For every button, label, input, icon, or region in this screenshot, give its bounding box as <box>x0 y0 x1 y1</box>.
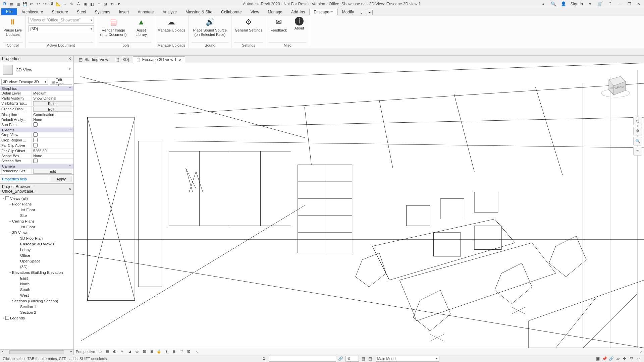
file-tab[interactable]: File <box>1 8 17 15</box>
nav-orbit-button[interactable]: ⟲ <box>633 147 642 156</box>
prop-sunpath-check[interactable] <box>33 122 38 127</box>
asset-library-button[interactable]: ▲ Asset Library <box>131 17 151 37</box>
tree-fp1[interactable]: 1st Floor <box>0 207 73 213</box>
status-link-icon[interactable]: 🔗 <box>338 356 344 362</box>
dim-icon[interactable]: ↔ <box>62 1 68 7</box>
help-icon[interactable]: ? <box>607 1 613 7</box>
views-of-combo[interactable]: Views of "Office_Showcase"▾ <box>29 17 94 23</box>
prop-farclip-check[interactable] <box>33 143 38 147</box>
tab-addins[interactable]: Add-Ins <box>287 8 309 15</box>
infocenter-icon[interactable]: 🔍 <box>550 1 556 7</box>
keyshortcut-icon[interactable]: ◂ <box>540 1 546 7</box>
prop-cropview-check[interactable] <box>33 132 38 137</box>
prop-detail-level-val[interactable]: Medium <box>32 91 73 96</box>
prop-sectionbox-check[interactable] <box>33 159 38 163</box>
vc-style-icon[interactable]: ◐ <box>112 349 117 354</box>
prop-parts-vis-val[interactable]: Show Original <box>32 96 73 101</box>
viewtab-close-icon[interactable]: ✕ <box>179 58 181 62</box>
pause-live-updates-button[interactable]: ⏸ Pause Live Updates <box>3 17 23 37</box>
status-pin-icon[interactable]: 📌 <box>601 356 607 362</box>
redo-icon[interactable]: ↷ <box>42 1 48 7</box>
prop-vis-graph-btn[interactable]: Edit... <box>33 101 72 106</box>
vc-crop2-icon[interactable]: ⊟ <box>149 349 154 354</box>
instance-dropdown[interactable]: 3D View: Enscape 3D▾ <box>1 79 48 85</box>
properties-type-selector[interactable]: 3D View▾ <box>0 62 73 78</box>
tab-collaborate[interactable]: Collaborate <box>217 8 246 15</box>
vc-scale-icon[interactable]: ▭ <box>98 349 102 354</box>
tree-section2[interactable]: Section 2 <box>0 309 73 315</box>
properties-close-icon[interactable]: ✕ <box>68 56 71 61</box>
prop-cat-graphics[interactable]: Graphics⌃ <box>0 86 73 91</box>
close-window-button[interactable]: ✕ <box>636 1 641 7</box>
tree-west[interactable]: West <box>0 292 73 298</box>
edit-type-button[interactable]: ▦Edit Type <box>50 79 72 85</box>
prop-graph-disp-btn[interactable]: Edit... <box>33 107 72 112</box>
undo-icon[interactable]: ↶ <box>36 1 41 7</box>
switch-win-icon[interactable]: ⧉ <box>109 1 115 7</box>
thin-lines-icon[interactable]: ≡ <box>96 1 101 7</box>
status-filter-icon[interactable]: ▽ <box>628 356 634 362</box>
nav-pan-button[interactable]: ✥ <box>633 127 642 135</box>
main-model-dropdown[interactable]: Main Model▾ <box>376 356 439 362</box>
user-icon[interactable]: 👤 <box>560 1 567 7</box>
tree-enscape-view[interactable]: Enscape 3D view 1 <box>0 241 73 247</box>
prop-scopebox-val[interactable]: None <box>32 154 73 158</box>
viewtab-starting[interactable]: ▤Starting View <box>75 56 112 63</box>
tree-legends[interactable]: +Legends <box>0 315 73 321</box>
tree-east[interactable]: East <box>0 275 73 281</box>
signin-link[interactable]: Sign In <box>571 2 583 6</box>
feedback-button[interactable]: ✉ Feedback <box>269 17 289 33</box>
vc-reveal-icon[interactable]: ⊞ <box>171 349 176 354</box>
tab-view[interactable]: View <box>246 8 264 15</box>
tree-hscroll[interactable]: ◂▸ <box>0 349 73 355</box>
vc-constraint-icon[interactable]: ⊠ <box>186 349 191 354</box>
sync-icon[interactable]: ⟳ <box>29 1 34 7</box>
prop-rendset-btn[interactable]: Edit <box>33 169 72 174</box>
panel-toggle-button[interactable]: ▫▾ <box>366 10 373 15</box>
tree-site[interactable]: Site <box>0 213 73 218</box>
tree-elevations[interactable]: −Elevations (Building Elevation <box>0 269 73 275</box>
tree-floorplans[interactable]: −Floor Plans <box>0 201 73 207</box>
vc-lock-icon[interactable]: 🔒 <box>157 349 161 354</box>
tab-analyze[interactable]: Analyze <box>158 8 181 15</box>
viewtab-3d[interactable]: ⬚{3D} <box>112 56 132 63</box>
current-view-combo[interactable]: {3D}▾ <box>29 25 94 32</box>
tree-section1[interactable]: Section 1 <box>0 304 73 309</box>
save-icon[interactable]: 💾 <box>22 1 28 7</box>
tree-office[interactable]: Office <box>0 252 73 258</box>
tree-3d[interactable]: {3D} <box>0 264 73 269</box>
section-icon[interactable]: ◧ <box>89 1 95 7</box>
prop-cropregion-check[interactable] <box>33 138 38 142</box>
tag-icon[interactable]: ✎ <box>69 1 74 7</box>
nav-zoom-button[interactable]: 🔍 <box>633 137 642 145</box>
tree-views-root[interactable]: −Views (all) <box>0 195 73 201</box>
tree-sections[interactable]: −Sections (Building Section) <box>0 298 73 304</box>
tab-enscape[interactable]: Enscape™ <box>309 9 338 15</box>
tree-3dviews[interactable]: −3D Views <box>0 230 73 235</box>
viewport-3d[interactable]: FRONT RIGHT ◎ ✥ 🔍 ⟲ <box>74 63 644 348</box>
tab-insert[interactable]: Insert <box>114 8 133 15</box>
prop-farclipoff-val[interactable]: 5268.80 <box>32 148 73 153</box>
status-input[interactable] <box>269 356 336 362</box>
prop-def-analy-val[interactable]: None <box>32 117 73 122</box>
manage-uploads-button[interactable]: ☁ Manage Uploads <box>157 17 186 33</box>
tab-modify[interactable]: Modify <box>338 8 358 15</box>
tree-south[interactable]: South <box>0 287 73 292</box>
apply-button[interactable]: Apply <box>51 176 71 182</box>
view-cube[interactable]: FRONT RIGHT <box>600 70 631 100</box>
tree-north[interactable]: North <box>0 281 73 287</box>
chevron-down-icon[interactable]: ▾ <box>587 1 593 7</box>
vc-detail-icon[interactable]: ▦ <box>105 349 110 354</box>
tree-3dfloorplan[interactable]: 3D FloorPlan <box>0 235 73 241</box>
tree-lobby[interactable]: Lobby <box>0 247 73 252</box>
tab-manage[interactable]: Manage <box>263 8 286 15</box>
view-mode-label[interactable]: Perspective <box>76 350 95 354</box>
scroll-left-icon[interactable]: ◂ <box>0 350 5 355</box>
status-link2-icon[interactable]: 🔗 <box>608 356 614 362</box>
3d-icon[interactable]: ▣ <box>83 1 88 7</box>
open-icon[interactable]: ▤ <box>9 1 14 7</box>
vc-sun-icon[interactable]: ☀ <box>120 349 124 354</box>
vc-temp-icon[interactable]: 👁 <box>164 349 169 354</box>
scroll-right-icon[interactable]: ▸ <box>69 350 73 355</box>
tree-openspace[interactable]: OpenSpace <box>0 258 73 264</box>
